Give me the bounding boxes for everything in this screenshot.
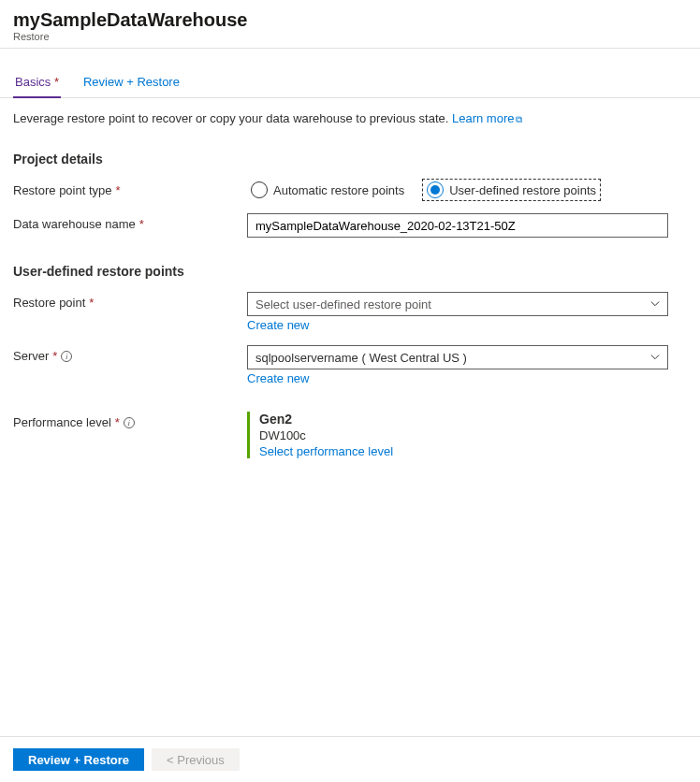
learn-more-label: Learn more [452,111,514,125]
label-text: Data warehouse name [13,217,136,231]
control-col: sqlpoolservername ( West Central US ) Cr… [247,345,668,385]
required-indicator: * [115,415,120,429]
chevron-down-icon [650,299,660,309]
radio-automatic[interactable]: Automatic restore points [247,180,408,200]
radio-user-defined[interactable]: User-defined restore points [423,180,600,200]
tabs: Basics * Review + Restore [0,71,700,98]
label-restore-point-type: Restore point type* [13,180,247,197]
select-value: sqlpoolservername ( West Central US ) [255,351,467,365]
control-col [247,213,668,238]
required-indicator: * [51,75,59,89]
label-text: Restore point type [13,183,112,197]
data-warehouse-name-input[interactable] [247,213,668,238]
info-icon[interactable]: i [124,417,135,428]
required-indicator: * [52,349,57,363]
footer: Review + Restore < Previous [0,736,700,782]
create-new-server-link[interactable]: Create new [247,371,309,385]
section-title-user-defined: User-defined restore points [13,264,687,279]
select-performance-level-link[interactable]: Select performance level [259,444,393,458]
label-restore-point: Restore point* [13,292,247,310]
server-select[interactable]: sqlpoolservername ( West Central US ) [247,345,668,369]
row-restore-point-type: Restore point type* Automatic restore po… [13,180,687,200]
tab-review-restore[interactable]: Review + Restore [81,71,182,97]
radio-circle-icon [427,181,444,198]
radio-circle-icon [251,181,268,198]
radio-dot-icon [430,185,440,195]
radio-automatic-label: Automatic restore points [273,183,404,197]
learn-more-link[interactable]: Learn more⧉ [452,111,522,125]
tab-basics-label: Basics [15,75,51,89]
previous-button: < Previous [152,748,240,771]
external-link-icon: ⧉ [516,114,522,124]
divider [0,48,700,49]
radio-user-defined-label: User-defined restore points [449,183,596,197]
required-indicator: * [139,217,144,231]
description-body: Leverage restore point to recover or cop… [13,111,452,125]
description-text: Leverage restore point to recover or cop… [0,98,700,125]
select-placeholder: Select user-defined restore point [255,297,431,311]
page-header: mySampleDataWarehouse Restore [0,0,700,48]
row-data-warehouse-name: Data warehouse name* [13,213,687,238]
page-title: mySampleDataWarehouse [13,9,687,31]
info-icon[interactable]: i [61,351,72,362]
required-indicator: * [116,183,121,197]
row-performance-level: Performance level* i Gen2 DW100c Select … [13,412,687,458]
performance-value: DW100c [259,428,668,442]
performance-gen: Gen2 [259,412,668,427]
create-new-restore-point-link[interactable]: Create new [247,318,309,332]
label-text: Restore point [13,296,85,310]
radio-group-restore-type: Automatic restore points User-defined re… [247,180,668,200]
review-restore-button[interactable]: Review + Restore [13,748,144,771]
tab-basics[interactable]: Basics * [13,71,61,98]
label-text: Server [13,349,49,363]
required-indicator: * [89,296,94,310]
label-data-warehouse-name: Data warehouse name* [13,213,247,231]
chevron-down-icon [650,353,660,362]
section-project-details: Project details Restore point type* Auto… [0,152,700,458]
row-restore-point: Restore point* Select user-defined resto… [13,292,687,332]
control-col: Select user-defined restore point Create… [247,292,668,332]
label-text: Performance level [13,415,111,429]
performance-block: Gen2 DW100c Select performance level [247,412,668,458]
section-title-project-details: Project details [13,152,687,167]
row-server: Server* i sqlpoolservername ( West Centr… [13,345,687,385]
restore-point-select[interactable]: Select user-defined restore point [247,292,668,316]
label-server: Server* i [13,345,247,363]
label-performance-level: Performance level* i [13,412,247,429]
page-subtitle: Restore [13,31,687,42]
